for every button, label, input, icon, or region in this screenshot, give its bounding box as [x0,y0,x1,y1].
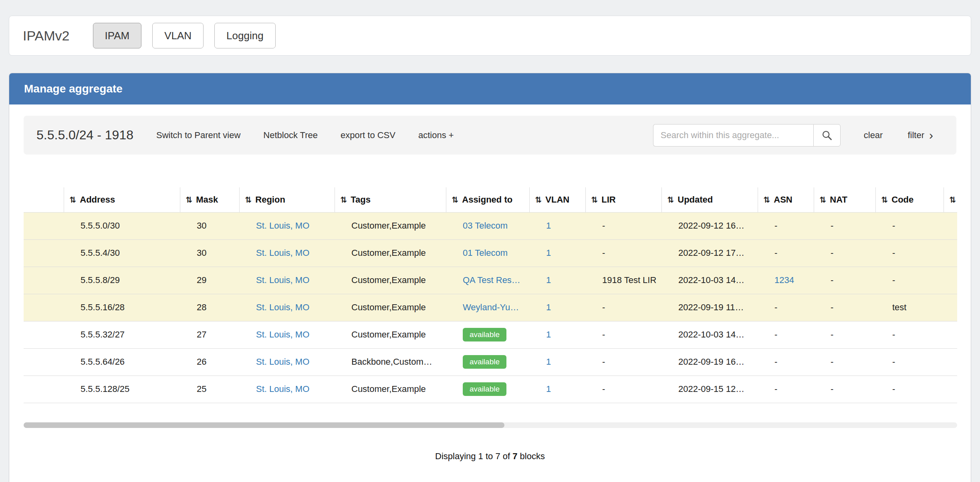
column-header-updated[interactable]: ⇅Updated [661,187,758,212]
cell-region: St. Louis, MO [239,294,335,321]
cell-spacer [24,239,64,267]
region-link[interactable]: St. Louis, MO [256,221,309,231]
sort-icon[interactable]: ⇅ [535,195,542,205]
cell-updated: 2022-09-12 16… [661,212,758,239]
region-link[interactable]: St. Louis, MO [256,302,309,312]
actions-menu[interactable]: actions + [418,130,454,141]
column-header-assigned-to[interactable]: ⇅Assigned to [446,187,529,212]
sort-icon[interactable]: ⇅ [591,195,598,205]
vlan-link[interactable]: 1 [546,357,551,367]
region-link[interactable]: St. Louis, MO [256,275,309,285]
column-header-nat[interactable]: ⇅NAT [814,187,875,212]
cell-spacer [24,376,64,403]
search-button[interactable] [813,124,841,147]
region-link[interactable]: St. Louis, MO [256,357,309,367]
column-header-code[interactable]: ⇅Code [875,187,944,212]
cell-assigned: available [446,321,529,348]
column-header-address[interactable]: ⇅Address [64,187,180,212]
column-header-vlan[interactable]: ⇅VLAN [529,187,585,212]
app-brand: IPAMv2 [23,28,70,44]
cell-tags: Customer,Example [335,212,446,239]
column-header-clipped[interactable]: ⇅ [944,187,957,212]
vlan-link[interactable]: 1 [546,302,551,312]
nav-tab-ipam[interactable]: IPAM [93,23,142,48]
cell-lir: - [585,294,661,321]
cell-spacer [24,294,64,321]
cell-address: 5.5.5.32/27 [64,321,180,348]
nav-tab-vlan[interactable]: VLAN [152,23,204,48]
cell-mask: 26 [180,348,239,376]
cell-assigned: available [446,348,529,376]
vlan-link[interactable]: 1 [546,248,551,258]
clear-link[interactable]: clear [864,130,883,141]
nav-tab-logging[interactable]: Logging [214,23,276,48]
column-header-lir[interactable]: ⇅LIR [585,187,661,212]
cell-updated: 2022-09-12 17… [661,239,758,267]
assigned-link[interactable]: Weyland-Yu… [463,302,519,312]
vlan-link[interactable]: 1 [546,329,551,339]
switch-parent-view-link[interactable]: Switch to Parent view [156,130,240,141]
sort-icon[interactable]: ⇅ [667,195,674,205]
column-label: Updated [678,195,713,205]
filter-link[interactable]: filter › [907,129,933,141]
sort-icon[interactable]: ⇅ [70,195,77,205]
region-link[interactable]: St. Louis, MO [256,329,309,339]
sort-icon[interactable]: ⇅ [764,195,770,205]
sort-icon[interactable]: ⇅ [245,195,252,205]
column-label: NAT [830,195,847,205]
sort-icon[interactable]: ⇅ [341,195,347,205]
vlan-link[interactable]: 1 [546,384,551,394]
vlan-link[interactable]: 1 [546,221,551,231]
vlan-link[interactable]: 1 [546,275,551,285]
table-body: 5.5.5.0/3030St. Louis, MOCustomer,Exampl… [24,212,957,403]
cell-vlan: 1 [529,267,585,294]
column-header-spacer [24,187,64,212]
region-link[interactable]: St. Louis, MO [256,248,309,258]
sort-icon[interactable]: ⇅ [881,195,888,205]
pagination-suffix: blocks [518,451,545,461]
region-link[interactable]: St. Louis, MO [256,384,309,394]
cell-lir: 1918 Test LIR [585,267,661,294]
sort-icon[interactable]: ⇅ [950,195,956,205]
cell-region: St. Louis, MO [239,376,335,403]
export-csv-link[interactable]: export to CSV [341,130,395,141]
cell-nat: - [814,294,875,321]
pagination-total: 7 [512,451,517,461]
column-header-tags[interactable]: ⇅Tags [335,187,446,212]
cell-region: St. Louis, MO [239,239,335,267]
cell-asn: - [758,239,814,267]
cell-vlan: 1 [529,294,585,321]
cell-code: - [875,239,944,267]
assigned-link[interactable]: 01 Telecom [463,248,508,258]
search-input[interactable] [653,124,813,147]
sort-icon[interactable]: ⇅ [186,195,193,205]
table-header-row: ⇅Address⇅Mask⇅Region⇅Tags⇅Assigned to⇅VL… [24,187,957,212]
sort-icon[interactable]: ⇅ [820,195,827,205]
cell-tags: Backbone,Custom… [335,348,446,376]
cell-clipped [944,294,957,321]
sort-icon[interactable]: ⇅ [452,195,459,205]
cell-lir: - [585,212,661,239]
horizontal-scrollbar-thumb[interactable] [24,422,504,428]
cell-assigned: Weyland-Yu… [446,294,529,321]
horizontal-scrollbar-track[interactable] [24,422,957,428]
column-header-mask[interactable]: ⇅Mask [180,187,239,212]
assigned-link[interactable]: 03 Telecom [463,221,508,231]
column-label: LIR [601,195,615,205]
cell-clipped [944,267,957,294]
netblock-table-container: ⇅Address⇅Mask⇅Region⇅Tags⇅Assigned to⇅VL… [24,187,957,403]
cell-lir: - [585,376,661,403]
cell-nat: - [814,212,875,239]
column-header-region[interactable]: ⇅Region [239,187,335,212]
cell-tags: Customer,Example [335,267,446,294]
asn-link[interactable]: 1234 [774,275,794,285]
cell-nat: - [814,239,875,267]
cell-address: 5.5.5.8/29 [64,267,180,294]
cell-updated: 2022-09-19 11… [661,294,758,321]
cell-nat: - [814,321,875,348]
table-row: 5.5.5.32/2727St. Louis, MOCustomer,Examp… [24,321,957,348]
column-header-asn[interactable]: ⇅ASN [758,187,814,212]
netblock-tree-link[interactable]: Netblock Tree [263,130,318,141]
assigned-link[interactable]: QA Test Res… [463,275,520,285]
manage-aggregate-panel: Manage aggregate 5.5.5.0/24 - 1918 Switc… [9,73,971,482]
